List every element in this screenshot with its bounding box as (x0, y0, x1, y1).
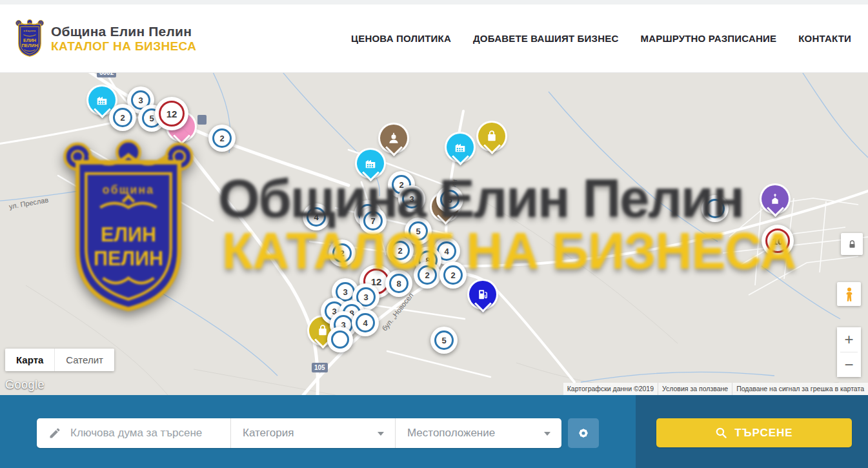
map-cluster[interactable]: 5 (436, 186, 463, 213)
nav-pricing-policy[interactable]: ЦЕНОВА ПОЛИТИКА (351, 33, 451, 44)
lock-icon (847, 239, 857, 249)
street-name-label: ул. Преслав (8, 196, 49, 210)
map-pin-factory[interactable] (357, 150, 384, 177)
main-nav: ЦЕНОВА ПОЛИТИКА ДОБАВЕТЕ ВАШИЯТ БИЗНЕС М… (351, 33, 851, 44)
nav-route-schedule[interactable]: МАРШРУТНО РАЗПИСАНИЕ (640, 33, 776, 44)
attribution-copyright: Картографски данни ©2019 (563, 383, 658, 395)
map-cluster[interactable]: 2 (387, 237, 414, 264)
map-cluster[interactable]: 2 (328, 239, 356, 267)
chevron-down-icon (544, 432, 550, 436)
svg-text:община: община (23, 29, 35, 32)
zoom-control: + − (837, 327, 861, 377)
map-cluster[interactable]: 3 (398, 185, 425, 212)
map-attribution: Картографски данни ©2019 Условия за полз… (563, 383, 868, 395)
map-cluster[interactable]: 2 (414, 261, 441, 289)
chevron-down-icon (378, 432, 384, 436)
map-type-map-button[interactable]: Карта (5, 349, 54, 371)
road-number-label: 105 (312, 363, 328, 372)
category-select[interactable]: Категория (230, 418, 395, 448)
site-logo[interactable]: община ЕЛИН ПЕЛИН Община Елин Пелин КАТА… (14, 19, 196, 58)
svg-text:ПЕЛИН: ПЕЛИН (21, 43, 37, 48)
map-cluster[interactable]: 4 (303, 203, 330, 230)
search-submit-label: ТЪРСЕНЕ (734, 427, 792, 440)
map-cluster[interactable]: 5 (430, 327, 458, 354)
map-pin-bag[interactable] (478, 123, 505, 150)
pegman-icon (843, 287, 856, 302)
keyword-input[interactable] (69, 426, 220, 440)
map-type-satellite-button[interactable]: Сателит (54, 349, 114, 371)
site-title: Община Елин Пелин (51, 24, 196, 39)
advanced-settings-button[interactable] (568, 418, 599, 448)
map-cluster[interactable]: 7 (359, 207, 387, 234)
keyword-field[interactable] (37, 418, 230, 448)
road-number-label (197, 115, 207, 125)
site-header: община ЕЛИН ПЕЛИН Община Елин Пелин КАТА… (0, 5, 868, 73)
gear-icon (576, 425, 591, 441)
pencil-icon (48, 427, 61, 440)
map-cluster[interactable] (327, 327, 353, 352)
site-subtitle: КАТАЛОГ НА БИЗНЕСА (51, 39, 196, 54)
attribution-report-error-link[interactable]: Подаване на сигнал за грешка в картата (732, 383, 868, 395)
map-cluster[interactable]: 2 (439, 261, 467, 289)
attribution-terms-link[interactable]: Условия за ползване (658, 383, 732, 395)
category-select-label: Категория (243, 427, 294, 440)
road-number-label: 6002 (97, 72, 116, 77)
lock-button[interactable] (841, 233, 863, 255)
window-top-strip (0, 0, 868, 5)
zoom-out-button[interactable]: − (837, 352, 861, 377)
map-pin-worker[interactable] (380, 125, 407, 152)
municipality-crest-icon: община ЕЛИН ПЕЛИН (14, 19, 45, 58)
map-cluster[interactable] (701, 195, 729, 222)
map-pin-church[interactable] (762, 185, 789, 212)
street-view-pegman-button[interactable] (837, 282, 861, 306)
map-cluster[interactable]: 4 (352, 309, 379, 336)
search-icon (715, 427, 727, 439)
map-cluster[interactable]: 2 (109, 104, 136, 131)
map-cluster[interactable]: 10 (762, 225, 794, 257)
location-select[interactable]: Местоположение (395, 418, 561, 448)
map-cluster[interactable]: 12 (155, 97, 188, 130)
street-name-label: бул. „Новосел (380, 291, 414, 332)
map-cluster[interactable]: 8 (385, 270, 412, 297)
map-markers: 32512223564752248221283338345106002105ул… (0, 72, 868, 395)
location-select-label: Местоположение (407, 427, 495, 440)
svg-text:ЕЛИН: ЕЛИН (23, 38, 36, 43)
map-canvas[interactable]: 32512223564752248221283338345106002105ул… (0, 72, 868, 395)
search-submit-button[interactable]: ТЪРСЕНЕ (656, 418, 852, 447)
nav-add-your-business[interactable]: ДОБАВЕТЕ ВАШИЯТ БИЗНЕС (473, 33, 618, 44)
zoom-in-button[interactable]: + (837, 327, 861, 352)
search-bar: Категория Местоположение ТЪРСЕНЕ (0, 395, 868, 468)
search-fields-group: Категория Местоположение (37, 418, 561, 448)
map-cluster[interactable]: 2 (208, 125, 236, 152)
map-type-control: Карта Сателит (5, 349, 114, 371)
map-pin-fuel[interactable] (469, 281, 496, 308)
nav-contacts[interactable]: КОНТАКТИ (798, 33, 851, 44)
google-logo[interactable]: Google (5, 378, 45, 392)
map-pin-factory[interactable] (447, 134, 474, 161)
